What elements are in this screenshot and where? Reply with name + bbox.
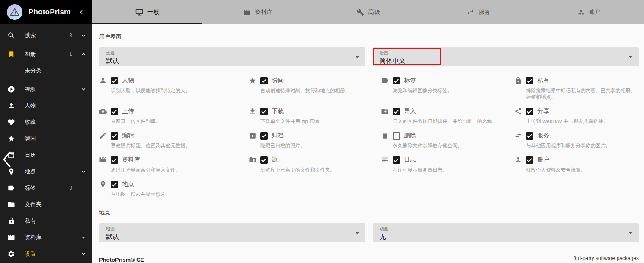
sidebar-item-gear[interactable]: 设置: [0, 246, 92, 262]
checkbox-标签[interactable]: [393, 77, 400, 84]
feature-label: 上传: [122, 107, 134, 115]
sidebar-item-play-circle[interactable]: 视频: [0, 81, 92, 97]
bookmark-icon: [7, 50, 15, 58]
feature-description: 浏览和编辑图像分类标签。: [393, 88, 514, 94]
animation-select[interactable]: 动画 无: [373, 223, 639, 242]
tag-icon: [381, 77, 389, 84]
tag-icon: [7, 184, 15, 192]
heart-icon: [7, 118, 15, 126]
chevron-down-icon: [628, 232, 633, 234]
tag-icon-wrap: [7, 184, 16, 192]
feature-row: 下载: [249, 107, 381, 115]
theme-select[interactable]: 主题 默认: [99, 47, 365, 66]
photoprism-app: PhotoPrism 搜索3相册1未分类视频人物收藏瞬间日历地点标签3文件夹私有…: [0, 0, 644, 263]
tab-高级[interactable]: 高级: [313, 0, 423, 24]
third-party-packages-link[interactable]: 3rd-party software packages: [571, 254, 639, 263]
sidebar-item-label: 收藏: [25, 118, 36, 126]
sidebar-item-map-marker[interactable]: 地点: [0, 163, 92, 180]
map-select[interactable]: 地图 默认: [99, 223, 365, 242]
checkbox-地点[interactable]: [111, 181, 118, 188]
person-icon: [7, 102, 15, 110]
sidebar-item-bookmark[interactable]: 相册1: [0, 46, 92, 62]
feature-row: 编辑: [99, 132, 249, 140]
sidebar-item-film-library[interactable]: 资料库: [0, 229, 92, 246]
prism-triangle-icon: [9, 6, 20, 18]
feature-label: 标签: [404, 77, 416, 84]
checkbox-下载[interactable]: [260, 108, 268, 115]
chevron-down-icon-wrap[interactable]: [80, 86, 87, 93]
chevron-down-icon-wrap[interactable]: [80, 32, 87, 39]
tab-服务[interactable]: 服务: [423, 0, 534, 24]
wrench-icon: [356, 8, 364, 16]
chevron-down-icon-wrap[interactable]: [80, 234, 87, 241]
checkbox-源[interactable]: [260, 156, 268, 164]
tab-label: 账户: [589, 8, 601, 16]
chevron-down-icon-wrap[interactable]: [80, 250, 87, 257]
gear-icon: [7, 250, 15, 258]
sidebar-item-label: 视频: [25, 85, 36, 93]
sidebar-item-heart[interactable]: 收藏: [0, 114, 92, 130]
star-icon: [249, 77, 256, 84]
places-select-row: 地图 默认 动画 无: [99, 223, 639, 242]
theme-select-value: 默认: [106, 57, 359, 65]
feature-row: 账户: [514, 156, 639, 164]
pencil-icon-wrap: [99, 132, 107, 140]
sidebar-collapse-button[interactable]: [77, 8, 85, 16]
checkbox-人物[interactable]: [111, 77, 118, 84]
tab-账户[interactable]: 账户: [534, 0, 644, 24]
chevron-down-icon-wrap[interactable]: [80, 168, 87, 175]
feature-description: 在地图上搜索并显示照片。: [111, 191, 249, 198]
app-title: PhotoPrism: [29, 8, 70, 16]
chevron-up-icon: [80, 51, 87, 58]
checkbox-服务[interactable]: [526, 132, 533, 140]
sidebar-item-person[interactable]: 人物: [0, 97, 92, 114]
feature-导入: 导入导入的文件将按日期排序，并给出唯一的名称。: [381, 107, 514, 125]
feature-编辑: 编辑更改照片标题、位置及其他元数据。: [99, 132, 249, 149]
count-badge: 3: [69, 185, 72, 191]
photoprism-logo: [7, 4, 22, 20]
chevron-down-icon: [355, 232, 359, 234]
checkbox-分享[interactable]: [526, 108, 533, 115]
feature-row: 上传: [99, 107, 249, 115]
feature-标签: 标签浏览和编辑图像分类标签。: [381, 77, 514, 101]
checkbox-日志[interactable]: [393, 156, 400, 164]
animation-select-label: 动画: [380, 226, 632, 232]
sidebar-item-star[interactable]: 瞬间: [0, 130, 92, 147]
feature-row: 日志: [381, 156, 514, 164]
checkbox-删除[interactable]: [393, 132, 400, 140]
share-icon: [514, 107, 522, 115]
checkbox-资料库[interactable]: [111, 156, 118, 164]
footer: PhotoPrism® CE Build 221118-e58fee0fb 3r…: [99, 253, 639, 263]
sidebar-divider: [0, 80, 92, 80]
section-heading-places: 地点: [99, 209, 639, 217]
film-library-icon: [7, 234, 15, 241]
checkbox-私有[interactable]: [526, 77, 533, 84]
tab-资料库[interactable]: 资料库: [202, 0, 313, 24]
film-library-icon: [243, 8, 251, 16]
checkbox-归档[interactable]: [260, 132, 268, 140]
checkbox-账户[interactable]: [526, 156, 533, 164]
feature-label: 私有: [537, 77, 549, 84]
sidebar-item-search[interactable]: 搜索3: [0, 27, 92, 44]
person-icon: [99, 77, 107, 84]
sidebar-item-label: 未分类: [25, 67, 42, 75]
checkbox-瞬间[interactable]: [260, 77, 268, 84]
sidebar-item-tag[interactable]: 标签3: [0, 180, 92, 196]
footer-product-name: PhotoPrism® CE: [99, 257, 154, 263]
map-select-value: 默认: [106, 233, 359, 241]
sidebar-item-sub-未分类[interactable]: 未分类: [0, 62, 92, 79]
chevron-down-icon: [80, 32, 87, 39]
tab-一般[interactable]: 一般: [92, 0, 202, 24]
language-select[interactable]: 语言 简体中文: [373, 47, 639, 66]
checkbox-上传[interactable]: [111, 108, 118, 115]
search-icon: [7, 32, 15, 39]
sidebar-item-folder[interactable]: 文件夹: [0, 196, 92, 213]
folder-icon: [7, 201, 15, 208]
sidebar-item-lock[interactable]: 私有: [0, 213, 92, 229]
checkbox-编辑[interactable]: [111, 132, 118, 140]
sidebar-item-calendar[interactable]: 日历: [0, 147, 92, 163]
sidebar-item-label: 标签: [25, 184, 36, 192]
chevron-up-icon-wrap[interactable]: [80, 51, 87, 58]
gear-icon-wrap: [7, 250, 16, 258]
checkbox-导入[interactable]: [393, 108, 400, 115]
